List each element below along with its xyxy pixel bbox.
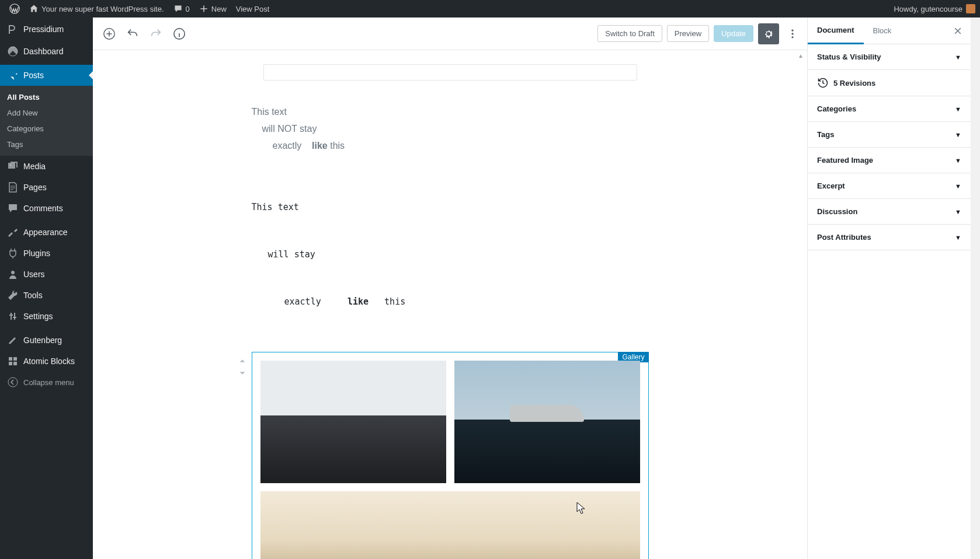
chevron-down-icon: ▼ bbox=[955, 54, 961, 61]
site-title: Your new super fast WordPress site. bbox=[41, 5, 164, 13]
inspector-tabs: Document Block bbox=[808, 18, 971, 44]
gutenberg-icon bbox=[7, 334, 19, 346]
editor-canvas[interactable]: This text will NOT stay exactly like thi… bbox=[93, 50, 807, 559]
panel-tags[interactable]: Tags ▼ bbox=[808, 122, 971, 148]
block-movers bbox=[237, 356, 248, 378]
update-button: Update bbox=[714, 25, 753, 42]
kebab-icon bbox=[787, 28, 798, 40]
editor-toolbar: Switch to Draft Preview Update bbox=[93, 18, 807, 50]
close-sidebar-button[interactable] bbox=[945, 26, 971, 36]
sidebar-item-tools[interactable]: Tools bbox=[0, 285, 93, 306]
sidebar-item-users[interactable]: Users bbox=[0, 264, 93, 285]
block-placeholder[interactable] bbox=[263, 64, 637, 81]
settings-icon bbox=[7, 310, 19, 322]
sidebar-brand[interactable]: Pressidium bbox=[0, 18, 93, 41]
new-label: New bbox=[211, 5, 227, 13]
comments-link[interactable]: 0 bbox=[169, 0, 194, 18]
info-icon bbox=[173, 27, 186, 40]
close-icon bbox=[953, 26, 962, 36]
plus-circle-icon bbox=[103, 27, 116, 40]
panel-discussion[interactable]: Discussion ▼ bbox=[808, 199, 971, 225]
gallery-image-3[interactable] bbox=[260, 491, 640, 559]
dashboard-icon bbox=[7, 46, 19, 57]
gallery-image-1[interactable] bbox=[260, 361, 446, 483]
tools-icon bbox=[7, 289, 19, 301]
sidebar-item-atomic[interactable]: Atomic Blocks bbox=[0, 351, 93, 372]
panel-post-attributes[interactable]: Post Attributes ▼ bbox=[808, 225, 971, 250]
panel-excerpt[interactable]: Excerpt ▼ bbox=[808, 173, 971, 199]
switch-to-draft-button[interactable]: Switch to Draft bbox=[597, 25, 662, 42]
plus-icon bbox=[199, 4, 208, 13]
svg-rect-5 bbox=[13, 357, 17, 361]
settings-sidebar: Document Block Status & Visibility ▼ 5 R… bbox=[807, 18, 971, 559]
sidebar-item-posts[interactable]: Posts bbox=[0, 65, 93, 86]
sidebar-item-settings[interactable]: Settings bbox=[0, 306, 93, 327]
page-icon bbox=[7, 181, 19, 193]
avatar bbox=[966, 4, 975, 13]
new-content-link[interactable]: New bbox=[194, 0, 231, 18]
settings-toggle-button[interactable] bbox=[758, 23, 779, 44]
chevron-down-icon: ▼ bbox=[955, 183, 961, 190]
admin-sidebar: Pressidium Dashboard Posts All Posts Add… bbox=[0, 18, 93, 559]
tab-block[interactable]: Block bbox=[864, 18, 901, 43]
home-icon bbox=[29, 4, 39, 13]
brand-icon bbox=[7, 23, 19, 35]
scrollbar[interactable] bbox=[971, 18, 980, 559]
submenu-categories[interactable]: Categories bbox=[0, 121, 93, 137]
svg-point-8 bbox=[8, 378, 18, 387]
move-up-icon[interactable] bbox=[237, 356, 248, 366]
collapse-menu[interactable]: Collapse menu bbox=[0, 372, 93, 393]
sidebar-item-appearance[interactable]: Appearance bbox=[0, 222, 93, 243]
undo-icon bbox=[126, 27, 139, 40]
redo-button[interactable] bbox=[145, 23, 166, 44]
redo-icon bbox=[150, 27, 162, 40]
comments-icon bbox=[7, 202, 19, 214]
howdy-text: Howdy, gutencourse bbox=[894, 5, 962, 13]
move-down-icon[interactable] bbox=[237, 368, 248, 378]
panel-featured-image[interactable]: Featured Image ▼ bbox=[808, 148, 971, 173]
wp-logo[interactable] bbox=[5, 0, 25, 18]
svg-rect-6 bbox=[9, 362, 12, 365]
preformatted-block[interactable]: This text will stay exactly like this bbox=[252, 168, 649, 341]
gallery-block[interactable]: Gallery bbox=[252, 352, 649, 559]
submenu-all-posts[interactable]: All Posts bbox=[0, 89, 93, 105]
content-info-button[interactable] bbox=[169, 23, 190, 44]
pin-icon bbox=[7, 69, 19, 81]
editor-content-area: Switch to Draft Preview Update ▲ This te… bbox=[93, 18, 807, 559]
add-block-button[interactable] bbox=[99, 23, 120, 44]
undo-button[interactable] bbox=[122, 23, 143, 44]
submenu-add-new[interactable]: Add New bbox=[0, 105, 93, 121]
tab-document[interactable]: Document bbox=[808, 18, 864, 44]
comment-icon bbox=[173, 4, 183, 13]
svg-point-13 bbox=[791, 36, 793, 38]
media-icon bbox=[7, 160, 19, 172]
sidebar-item-dashboard[interactable]: Dashboard bbox=[0, 41, 93, 62]
preview-button[interactable]: Preview bbox=[667, 25, 709, 42]
collapse-icon bbox=[7, 376, 19, 388]
more-options-button[interactable] bbox=[784, 23, 801, 44]
gallery-image-2[interactable] bbox=[454, 361, 640, 483]
submenu-tags[interactable]: Tags bbox=[0, 137, 93, 152]
chevron-down-icon: ▼ bbox=[955, 234, 961, 241]
admin-bar: Your new super fast WordPress site. 0 Ne… bbox=[0, 0, 980, 18]
gear-icon bbox=[763, 28, 774, 40]
chevron-down-icon: ▼ bbox=[955, 208, 961, 215]
sidebar-item-gutenberg[interactable]: Gutenberg bbox=[0, 330, 93, 351]
chevron-down-icon: ▼ bbox=[955, 157, 961, 164]
svg-rect-4 bbox=[9, 357, 12, 361]
plugins-icon bbox=[7, 247, 19, 259]
panel-status-visibility[interactable]: Status & Visibility ▼ bbox=[808, 44, 971, 70]
panel-revisions[interactable]: 5 Revisions bbox=[808, 70, 971, 96]
site-name-link[interactable]: Your new super fast WordPress site. bbox=[25, 0, 169, 18]
panel-categories[interactable]: Categories ▼ bbox=[808, 96, 971, 122]
sidebar-item-pages[interactable]: Pages bbox=[0, 177, 93, 198]
sidebar-item-media[interactable]: Media bbox=[0, 156, 93, 177]
admin-bar-right[interactable]: Howdy, gutencourse bbox=[894, 4, 975, 13]
view-post-link[interactable]: View Post bbox=[231, 0, 274, 18]
chevron-down-icon: ▼ bbox=[955, 106, 961, 113]
sidebar-item-plugins[interactable]: Plugins bbox=[0, 243, 93, 264]
paragraph-block[interactable]: This text will NOT stay exactly like thi… bbox=[252, 104, 649, 154]
sidebar-item-comments[interactable]: Comments bbox=[0, 198, 93, 219]
svg-point-2 bbox=[10, 165, 11, 166]
atomic-icon bbox=[7, 355, 19, 367]
